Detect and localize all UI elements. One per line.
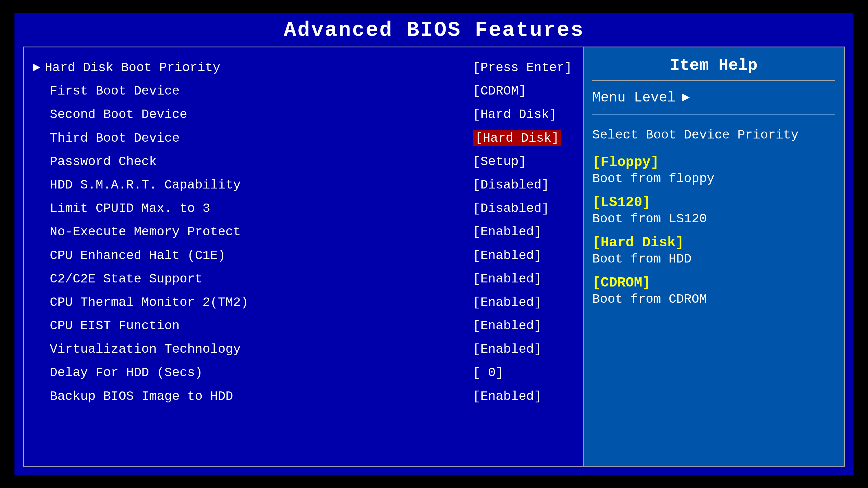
- row-value-container: [Disabled]: [473, 200, 574, 217]
- bios-row-virtualization-technology[interactable]: Virtualization Technology [Enabled]: [30, 338, 577, 361]
- row-value: [CDROM]: [473, 84, 526, 98]
- row-label: Second Boot Device: [33, 106, 473, 123]
- row-value-container: [Press Enter]: [473, 60, 574, 76]
- main-content: ►Hard Disk Boot Priority [Press Enter] F…: [23, 46, 845, 466]
- bios-row-cpu-enhanced-halt[interactable]: CPU Enhanced Halt (C1E) [Enabled]: [30, 244, 577, 267]
- row-label: Delay For HDD (Secs): [33, 364, 473, 381]
- help-option-cdrom-option: [CDROM] Boot from CDROM: [592, 275, 835, 306]
- row-label: CPU Enhanced Halt (C1E): [33, 248, 473, 264]
- row-label: C2/C2E State Support: [33, 271, 473, 287]
- row-arrow-icon: ►: [33, 60, 40, 75]
- help-option-desc: Boot from floppy: [592, 171, 835, 186]
- row-value-selected: [Hard Disk]: [473, 130, 561, 146]
- row-label: ►Hard Disk Boot Priority: [33, 60, 473, 76]
- help-options-container: [Floppy] Boot from floppy [LS120] Boot f…: [592, 154, 835, 315]
- row-label: No-Execute Memory Protect: [33, 224, 473, 240]
- bios-row-second-boot-device[interactable]: Second Boot Device [Hard Disk]: [30, 103, 577, 126]
- help-option-hard-disk-option: [Hard Disk] Boot from HDD: [592, 235, 835, 266]
- row-value: [Disabled]: [473, 178, 549, 192]
- help-option-title: [Floppy]: [592, 154, 835, 170]
- menu-level-arrow-icon: ►: [681, 90, 690, 105]
- help-option-ls120-option: [LS120] Boot from LS120: [592, 195, 835, 226]
- bios-row-hdd-smart-capability[interactable]: HDD S.M.A.R.T. Capability [Disabled]: [30, 173, 577, 197]
- menu-level-row: Menu Level ►: [592, 90, 835, 115]
- left-panel: ►Hard Disk Boot Priority [Press Enter] F…: [24, 47, 584, 466]
- row-label: CPU EIST Function: [33, 318, 473, 334]
- row-value-container: [Enabled]: [473, 294, 574, 311]
- row-value-container: [Enabled]: [473, 224, 574, 240]
- help-option-floppy-option: [Floppy] Boot from floppy: [592, 154, 835, 186]
- row-value: [Enabled]: [473, 295, 541, 310]
- bios-row-cpu-eist-function[interactable]: CPU EIST Function [Enabled]: [30, 314, 577, 338]
- select-boot-device-text: Select Boot Device Priority: [592, 126, 835, 144]
- bios-row-third-boot-device[interactable]: Third Boot Device [Hard Disk]: [30, 127, 577, 150]
- row-value: [Hard Disk]: [473, 107, 557, 122]
- row-value: [Enabled]: [473, 248, 541, 263]
- row-value-container: [CDROM]: [473, 83, 574, 99]
- bios-row-limit-cpuid-max[interactable]: Limit CPUID Max. to 3 [Disabled]: [30, 197, 577, 220]
- bios-row-backup-bios-image[interactable]: Backup BIOS Image to HDD [Enabled]: [30, 385, 577, 408]
- bios-row-password-check[interactable]: Password Check [Setup]: [30, 150, 577, 173]
- bios-screen: Advanced BIOS Features ►Hard Disk Boot P…: [14, 13, 854, 475]
- row-value: [Enabled]: [473, 319, 541, 333]
- row-value: [ 0]: [473, 365, 503, 380]
- row-label: First Boot Device: [33, 83, 473, 99]
- row-value-container: [Enabled]: [473, 271, 574, 287]
- row-label: HDD S.M.A.R.T. Capability: [33, 177, 473, 193]
- bios-row-delay-for-hdd[interactable]: Delay For HDD (Secs) [ 0]: [30, 361, 577, 385]
- help-option-title: [Hard Disk]: [592, 235, 835, 250]
- help-option-desc: Boot from LS120: [592, 212, 835, 226]
- row-value: [Disabled]: [473, 201, 549, 216]
- page-title: Advanced BIOS Features: [14, 19, 854, 42]
- row-value: [Press Enter]: [473, 60, 572, 75]
- right-panel: Item Help Menu Level ► Select Boot Devic…: [584, 47, 844, 466]
- menu-level-label: Menu Level: [592, 90, 676, 105]
- row-value: [Enabled]: [473, 342, 541, 356]
- row-value-container: [Hard Disk]: [473, 130, 574, 147]
- row-value: [Enabled]: [473, 272, 541, 286]
- row-label: Password Check: [33, 154, 473, 170]
- row-value-container: [Setup]: [473, 154, 574, 170]
- help-option-desc: Boot from HDD: [592, 252, 835, 266]
- row-value: [Enabled]: [473, 225, 541, 239]
- bios-row-cpu-thermal-monitor[interactable]: CPU Thermal Monitor 2(TM2) [Enabled]: [30, 291, 577, 314]
- row-value-container: [Enabled]: [473, 318, 574, 334]
- help-option-title: [LS120]: [592, 195, 835, 210]
- help-option-desc: Boot from CDROM: [592, 292, 835, 306]
- bios-row-first-boot-device[interactable]: First Boot Device [CDROM]: [30, 79, 577, 103]
- row-label: Virtualization Technology: [33, 341, 473, 358]
- row-value: [Enabled]: [473, 389, 541, 403]
- row-value: [Setup]: [473, 154, 526, 169]
- row-value-container: [Disabled]: [473, 177, 574, 193]
- bios-row-no-execute-memory-protect[interactable]: No-Execute Memory Protect [Enabled]: [30, 220, 577, 244]
- row-label: Third Boot Device: [33, 130, 473, 147]
- bios-row-hard-disk-boot-priority[interactable]: ►Hard Disk Boot Priority [Press Enter]: [30, 56, 577, 79]
- help-option-title: [CDROM]: [592, 275, 835, 291]
- row-label: CPU Thermal Monitor 2(TM2): [33, 294, 473, 311]
- bios-row-c2-c2e-state-support[interactable]: C2/C2E State Support [Enabled]: [30, 267, 577, 291]
- item-help-title: Item Help: [592, 56, 835, 81]
- row-value-container: [ 0]: [473, 364, 574, 381]
- row-label: Backup BIOS Image to HDD: [33, 388, 473, 405]
- row-label: Limit CPUID Max. to 3: [33, 200, 473, 217]
- row-value-container: [Enabled]: [473, 388, 574, 405]
- row-value-container: [Enabled]: [473, 341, 574, 358]
- row-value-container: [Enabled]: [473, 248, 574, 264]
- row-value-container: [Hard Disk]: [473, 106, 574, 123]
- title-bar: Advanced BIOS Features: [14, 13, 854, 46]
